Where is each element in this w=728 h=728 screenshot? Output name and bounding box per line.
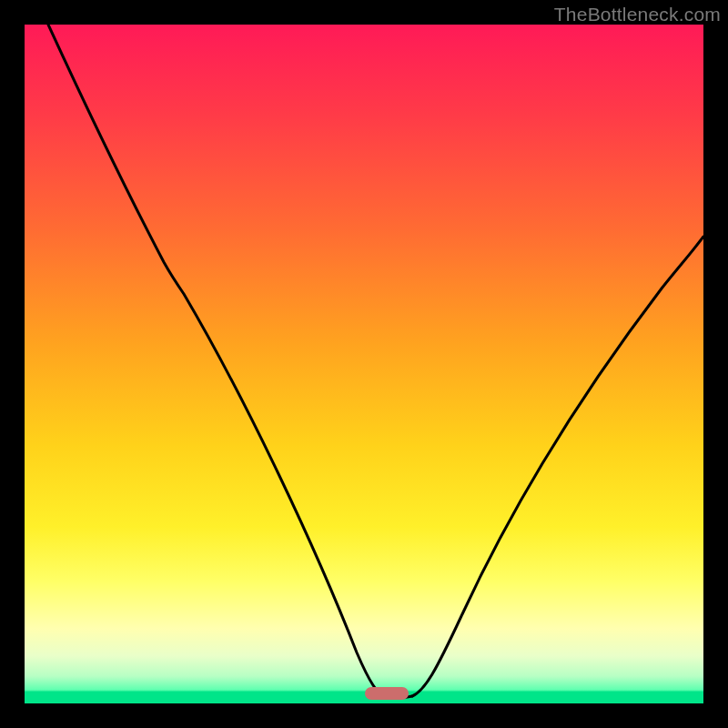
curve-left-branch bbox=[48, 25, 384, 696]
curve-right-branch bbox=[412, 237, 703, 696]
bottleneck-curve bbox=[25, 25, 703, 703]
chart-frame: TheBottleneck.com bbox=[0, 0, 728, 728]
watermark-text: TheBottleneck.com bbox=[554, 4, 721, 25]
min-marker bbox=[365, 687, 409, 700]
